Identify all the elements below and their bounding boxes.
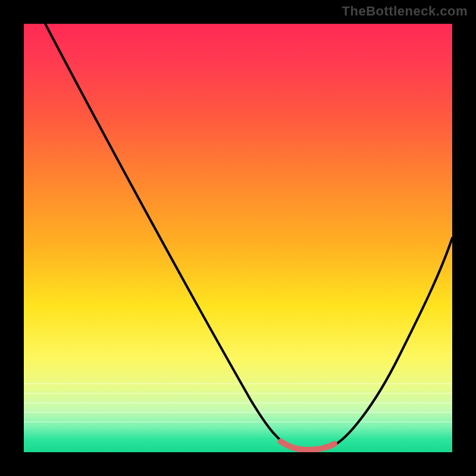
curve-svg xyxy=(24,24,452,452)
watermark-text: TheBottleneck.com xyxy=(342,4,468,19)
accent-valley xyxy=(281,441,334,450)
bottleneck-curve xyxy=(45,24,452,449)
plot-area xyxy=(24,24,452,452)
chart-stage: TheBottleneck.com xyxy=(0,0,476,476)
